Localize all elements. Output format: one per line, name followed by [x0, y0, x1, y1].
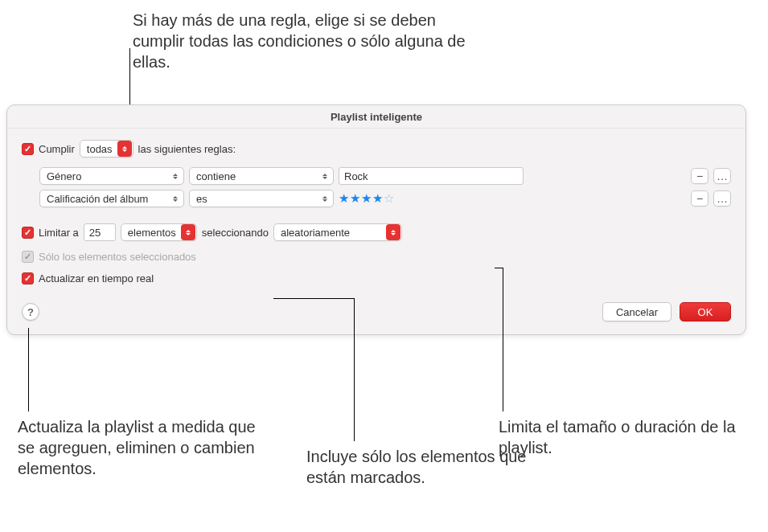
star-icon: ★: [339, 191, 349, 206]
smart-playlist-dialog: Playlist inteligente Cumplir todas las s…: [6, 104, 746, 335]
remove-rule-button[interactable]: −: [691, 168, 708, 184]
limit-prefix-label: Limitar a: [39, 227, 79, 239]
updown-arrows-icon: [170, 196, 180, 202]
limit-checkbox[interactable]: [22, 227, 34, 239]
updown-arrows-icon: [170, 174, 180, 179]
match-checkbox[interactable]: [22, 143, 34, 155]
rule-field-value: Género: [47, 170, 81, 182]
annotation-limit: Limita el tamaño o duración de la playli…: [499, 416, 740, 458]
callout-line: [273, 298, 354, 299]
rating-stars[interactable]: ★ ★ ★ ★ ☆: [339, 191, 394, 206]
rule-more-button[interactable]: …: [713, 190, 731, 207]
limit-row: Limitar a 25 elementos seleccionando ale…: [22, 223, 731, 241]
limit-method-popup[interactable]: aleatoriamente: [273, 223, 402, 241]
rule-row: Género contiene Rock − …: [39, 167, 731, 185]
star-icon: ☆: [384, 191, 394, 206]
rule-value-field[interactable]: Rock: [339, 167, 524, 185]
limit-method-value: aleatoriamente: [281, 227, 386, 239]
rule-field-select[interactable]: Calificación del álbum: [39, 190, 184, 207]
updown-arrows-icon: [181, 224, 195, 240]
updown-arrows-icon: [386, 224, 400, 240]
live-update-row: Actualizar en tiempo real: [22, 272, 731, 284]
match-mode-popup[interactable]: todas: [80, 140, 133, 158]
live-update-checkbox[interactable]: [22, 272, 34, 284]
limit-count-field[interactable]: 25: [84, 223, 116, 241]
dialog-footer: ? Cancelar OK: [22, 302, 731, 321]
remove-rule-button[interactable]: −: [691, 190, 708, 207]
ok-button[interactable]: OK: [680, 302, 731, 321]
limit-unit-popup[interactable]: elementos: [121, 223, 197, 241]
callout-line: [495, 268, 503, 268]
cancel-button[interactable]: Cancelar: [602, 302, 671, 321]
annotation-live-update: Actualiza la playlist a medida que se ag…: [18, 416, 259, 479]
rule-field-select[interactable]: Género: [39, 167, 184, 185]
updown-arrows-icon: [320, 174, 330, 179]
limit-unit-value: elementos: [128, 227, 181, 239]
only-checked-checkbox[interactable]: [22, 251, 34, 263]
only-checked-label: Sólo los elementos seleccionados: [39, 251, 196, 263]
star-icon: ★: [372, 191, 383, 206]
dialog-title: Playlist inteligente: [7, 105, 745, 129]
callout-line: [28, 328, 29, 411]
star-icon: ★: [361, 191, 372, 206]
rule-operator-value: es: [196, 193, 207, 205]
match-prefix-label: Cumplir: [39, 143, 75, 155]
rule-more-button[interactable]: …: [713, 168, 731, 184]
match-mode-value: todas: [87, 143, 117, 155]
annotation-match-mode: Si hay más de una regla, elige si se deb…: [133, 10, 470, 72]
rule-field-value: Calificación del álbum: [47, 193, 148, 205]
rule-operator-value: contiene: [196, 170, 236, 182]
limit-middle-label: seleccionando: [202, 227, 269, 239]
match-suffix-label: las siguientes reglas:: [138, 143, 236, 155]
callout-line: [503, 268, 503, 411]
updown-arrows-icon: [117, 141, 132, 157]
only-checked-row: Sólo los elementos seleccionados: [22, 251, 731, 263]
rule-operator-select[interactable]: contiene: [189, 167, 334, 185]
rule-row: Calificación del álbum es ★ ★ ★ ★ ☆ − …: [39, 190, 731, 207]
updown-arrows-icon: [320, 196, 330, 202]
live-update-label: Actualizar en tiempo real: [39, 272, 154, 284]
help-button[interactable]: ?: [22, 303, 39, 321]
match-row: Cumplir todas las siguientes reglas:: [22, 140, 731, 158]
star-icon: ★: [350, 191, 360, 206]
callout-line: [354, 298, 355, 441]
dialog-content: Cumplir todas las siguientes reglas: Gén…: [7, 129, 745, 334]
annotation-only-checked: Incluye sólo los elementos que están mar…: [306, 446, 532, 488]
rule-operator-select[interactable]: es: [189, 190, 334, 207]
